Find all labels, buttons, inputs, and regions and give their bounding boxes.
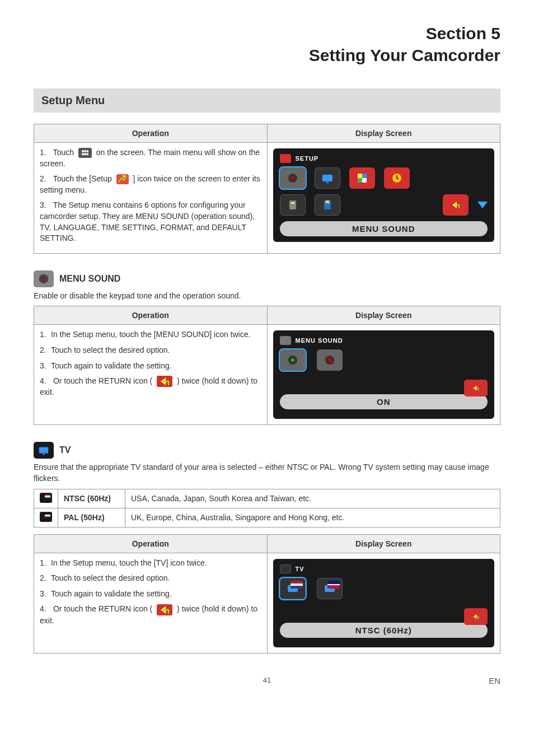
table-row: PAL (50Hz) UK, Europe, China, Australia,…: [34, 508, 500, 527]
col-operation: Operation: [34, 124, 268, 143]
ds-default-icon[interactable]: [315, 194, 340, 216]
ds-tv-icon[interactable]: [315, 167, 340, 189]
step-3: 3. The Setup menu contains 6 options for…: [40, 200, 261, 244]
step-1: 1. Touch on the screen. The main menu wi…: [40, 147, 261, 169]
svg-rect-10: [358, 174, 362, 178]
svg-rect-3: [82, 153, 84, 156]
display-tv: TV NTSC (60Hz): [273, 559, 495, 647]
pal-desc: UK, Europe, China, Australia, Singapore …: [125, 508, 500, 527]
ds-caption: NTSC (60Hz): [280, 623, 488, 638]
return-icon: [157, 604, 172, 615]
step-2: 2. Touch the [Setup ] icon twice on the …: [40, 174, 261, 195]
col-display: Display Screen: [267, 124, 500, 143]
svg-rect-12: [358, 178, 362, 183]
us-flag-icon: [291, 581, 303, 589]
ds-return-icon[interactable]: [464, 608, 488, 625]
return-icon: [157, 376, 172, 387]
ds-language-icon[interactable]: [349, 167, 375, 189]
pal-flag-icon: [40, 512, 52, 522]
svg-rect-16: [291, 202, 294, 204]
ds-time-icon[interactable]: [384, 167, 410, 189]
step-1: 1.In the Setup menu, touch the [TV] icon…: [40, 558, 261, 569]
page-title: Setting Your Camcorder: [34, 44, 500, 66]
page-language: EN: [478, 676, 500, 685]
ntsc-flag-icon: [40, 493, 52, 503]
ds-ntsc-icon[interactable]: [280, 578, 306, 599]
ntsc-name: NTSC (60Hz): [58, 489, 125, 508]
step-4: 4. Or touch the RETURN icon ( ) twice (h…: [40, 376, 261, 398]
ds-menu-sound-icon[interactable]: [280, 167, 306, 189]
tv-heading-icon: [34, 442, 54, 459]
svg-point-20: [291, 358, 294, 362]
setup-menu-table: Operation Display Screen 1. Touch on the…: [34, 124, 500, 254]
ds-format-icon[interactable]: [280, 194, 306, 216]
ds-header-text: SETUP: [296, 155, 319, 162]
tv-operation-table: Operation Display Screen 1.In the Setup …: [34, 534, 500, 654]
ds-caption: MENU SOUND: [280, 221, 488, 236]
tv-heading: TV: [34, 442, 500, 459]
ds-return-icon[interactable]: [464, 380, 488, 396]
svg-rect-5: [86, 153, 88, 156]
step-1: 1.In the Setup menu, touch the [MENU SOU…: [40, 329, 261, 340]
svg-point-7: [291, 176, 294, 180]
step-4: 4. Or touch the RETURN icon ( ) twice (h…: [40, 604, 261, 626]
tv-standards-table: NTSC (60Hz) USA, Canada, Japan, South Ko…: [34, 489, 500, 528]
step-2: 2.Touch to select the desired option.: [40, 345, 261, 356]
section-header: Section 5 Setting Your Camcorder: [34, 22, 500, 66]
setup-icon: [116, 174, 129, 184]
menu-sound-desc: Enable or disable the keypad tone and th…: [34, 291, 500, 302]
ds-sound-off-icon[interactable]: [317, 349, 343, 371]
svg-point-18: [42, 277, 45, 281]
step-3: 3.Touch again to validate the setting.: [40, 589, 261, 600]
menu-sound-label: MENU SOUND: [59, 274, 120, 284]
ds-pal-icon[interactable]: [317, 578, 343, 599]
svg-rect-25: [43, 454, 45, 455]
page-footer: 41 EN: [34, 676, 500, 685]
ds-header-text: TV: [296, 566, 305, 572]
col-operation: Operation: [34, 306, 268, 325]
ds-scroll-down-icon[interactable]: [477, 202, 488, 208]
ds-tv-header-icon: [280, 564, 291, 573]
main-menu-icon: [78, 148, 92, 158]
svg-rect-4: [84, 153, 86, 156]
ds-return-icon[interactable]: [443, 194, 469, 216]
pal-name: PAL (50Hz): [58, 508, 125, 527]
col-display: Display Screen: [267, 534, 500, 553]
page-number: 41: [56, 676, 478, 685]
col-display: Display Screen: [267, 306, 500, 325]
table-row: NTSC (60Hz) USA, Canada, Japan, South Ko…: [34, 489, 500, 508]
ds-setup-icon: [280, 154, 291, 163]
svg-rect-2: [86, 151, 88, 153]
menu-sound-heading: MENU SOUND: [34, 270, 500, 287]
step-2: 2.Touch to select the desired option.: [40, 573, 261, 584]
menu-sound-table: Operation Display Screen 1.In the Setup …: [34, 306, 500, 425]
tv-label: TV: [59, 445, 71, 455]
ntsc-desc: USA, Canada, Japan, South Korea and Taiw…: [125, 489, 500, 508]
setup-menu-heading: Setup Menu: [34, 88, 500, 113]
section-label: Section 5: [34, 22, 500, 44]
tv-desc: Ensure that the appropriate TV standard …: [34, 462, 500, 484]
menu-sound-display-cell: MENU SOUND ON: [267, 325, 500, 425]
ds-header-text: MENU SOUND: [296, 337, 343, 344]
menu-sound-heading-icon: [34, 270, 54, 287]
svg-rect-8: [322, 175, 332, 181]
menu-sound-operation-cell: 1.In the Setup menu, touch the [MENU SOU…: [34, 325, 268, 425]
svg-rect-0: [82, 151, 84, 153]
svg-rect-9: [326, 182, 329, 183]
setup-menu-operation-cell: 1. Touch on the screen. The main menu wi…: [34, 143, 268, 254]
setup-menu-display-cell: SETUP: [267, 143, 500, 254]
display-menu-sound: MENU SOUND ON: [273, 330, 495, 419]
tv-display-cell: TV NTSC (60Hz): [267, 553, 500, 653]
ds-sound-on-icon[interactable]: [280, 349, 306, 371]
svg-rect-11: [362, 174, 367, 178]
col-operation: Operation: [34, 534, 268, 553]
uk-flag-icon: [327, 581, 340, 589]
tv-operation-cell: 1.In the Setup menu, touch the [TV] icon…: [34, 553, 268, 653]
ds-caption: ON: [280, 394, 488, 409]
step-3: 3.Touch again to validate the setting.: [40, 361, 261, 372]
svg-rect-15: [289, 200, 296, 209]
svg-rect-24: [39, 447, 49, 454]
display-setup: SETUP: [273, 148, 495, 242]
ds-menu-sound-header-icon: [280, 336, 291, 345]
svg-rect-1: [84, 151, 86, 153]
